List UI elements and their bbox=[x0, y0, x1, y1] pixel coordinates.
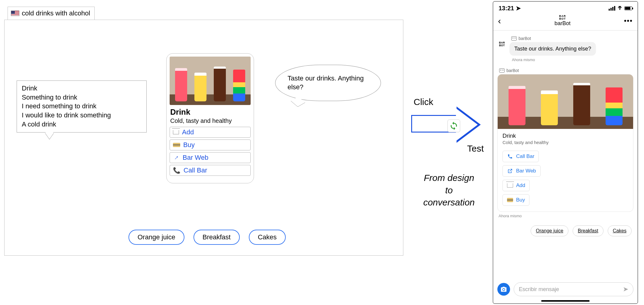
arrow-icon bbox=[411, 109, 487, 142]
tagline: From design to conversation bbox=[411, 172, 487, 209]
card-call-button[interactable]: 📞 Call Bar bbox=[170, 165, 251, 176]
chip-orange-juice[interactable]: Orange juice bbox=[128, 230, 184, 245]
sender-label: barBot bbox=[511, 36, 633, 41]
card-add-button[interactable]: Add bbox=[170, 127, 251, 138]
intent-line: Drink bbox=[22, 84, 141, 93]
bot-face-icon bbox=[511, 36, 517, 41]
chip-breakfast[interactable]: Breakfast bbox=[194, 230, 240, 245]
chat-card: Drink Cold, tasty and healthy Call Bar B… bbox=[497, 74, 633, 212]
message-timestamp: Ahora mismo bbox=[499, 214, 633, 218]
chip-cakes[interactable]: Cakes bbox=[249, 230, 286, 245]
card-title: Drink bbox=[170, 107, 250, 117]
chat-card-add-button[interactable]: Add bbox=[503, 180, 530, 191]
chat-card-image bbox=[498, 74, 633, 129]
refresh-button[interactable] bbox=[447, 120, 460, 132]
back-button[interactable]: ‹ bbox=[498, 16, 501, 26]
card-image bbox=[170, 57, 251, 105]
chat-card-buy-button[interactable]: Buy bbox=[503, 194, 529, 206]
send-button[interactable]: ➤ bbox=[623, 285, 628, 293]
message-timestamp: Ahora mismo bbox=[512, 57, 633, 62]
card-button-label: Add bbox=[182, 128, 194, 136]
card-button-label: Bar Web bbox=[183, 154, 208, 162]
scenario-tab-label: cold drinks with alcohol bbox=[22, 9, 90, 17]
intent-line: I would like to drink something bbox=[22, 111, 141, 120]
bot-message: Taste our drinks. Anything else? bbox=[509, 42, 596, 56]
intent-line: I need something to drink bbox=[22, 102, 141, 111]
svg-point-0 bbox=[619, 9, 620, 10]
wifi-icon bbox=[617, 5, 623, 12]
quick-reply-cakes[interactable]: Cakes bbox=[608, 225, 632, 236]
quick-reply-row: Orange juice Breakfast Cakes bbox=[497, 222, 633, 241]
us-flag-icon bbox=[11, 11, 19, 16]
card-subtitle: Cold, tasty and healthy bbox=[170, 117, 250, 124]
chat-header: ‹ BARBOT barBot ••• bbox=[493, 13, 638, 31]
click-label: Click bbox=[414, 97, 487, 107]
chat-body: BARBOT barBot Taste our drinks. Anything… bbox=[493, 31, 638, 241]
bot-avatar: BARBOT bbox=[497, 41, 506, 47]
refresh-icon bbox=[449, 121, 458, 130]
credit-card-icon bbox=[507, 198, 513, 202]
cart-icon bbox=[173, 130, 179, 134]
chat-card-title: Drink bbox=[503, 133, 628, 139]
camera-button[interactable] bbox=[497, 283, 510, 296]
intent-line: Something to drink bbox=[22, 93, 141, 102]
quick-reply-breakfast[interactable]: Breakfast bbox=[573, 225, 603, 236]
external-link-icon bbox=[507, 168, 513, 174]
bot-logo: BARBOT bbox=[555, 15, 571, 20]
transition-arrow-block: Click Test From design to conversation bbox=[411, 97, 487, 209]
phone-icon bbox=[507, 154, 513, 159]
home-indicator bbox=[541, 300, 590, 302]
bot-face-icon bbox=[499, 68, 505, 73]
designer-canvas: cold drinks with alcohol Drink Something… bbox=[4, 20, 403, 256]
response-card[interactable]: Drink Cold, tasty and healthy Add Buy → … bbox=[166, 53, 254, 183]
message-input[interactable]: Escribir mensaje ➤ bbox=[514, 282, 633, 296]
cart-icon bbox=[507, 183, 513, 188]
credit-card-icon bbox=[173, 143, 180, 147]
battery-icon bbox=[624, 6, 632, 10]
intent-examples-box[interactable]: Drink Something to drink I need somethin… bbox=[17, 80, 147, 133]
phone-preview: 13:21 ➤ ‹ BARBOT barBot ••• BARBOT barBo… bbox=[493, 1, 638, 304]
status-bar: 13:21 ➤ bbox=[493, 2, 638, 13]
more-options-button[interactable]: ••• bbox=[624, 17, 633, 25]
card-buy-button[interactable]: Buy bbox=[170, 139, 251, 150]
chat-title: barBot bbox=[555, 20, 571, 27]
intent-line: A cold drink bbox=[22, 120, 141, 129]
input-placeholder: Escribir mensaje bbox=[519, 286, 559, 293]
test-label: Test bbox=[411, 143, 484, 154]
signal-icon bbox=[609, 6, 615, 11]
status-time: 13:21 ➤ bbox=[499, 5, 521, 12]
phone-icon: 📞 bbox=[173, 167, 181, 174]
chat-card-web-button[interactable]: Bar Web bbox=[503, 165, 541, 177]
sender-label: barBot bbox=[499, 68, 633, 73]
scenario-tab[interactable]: cold drinks with alcohol bbox=[8, 7, 95, 20]
card-button-label: Buy bbox=[183, 141, 195, 149]
chat-card-call-button[interactable]: Call Bar bbox=[503, 151, 539, 162]
camera-icon bbox=[500, 286, 507, 293]
quick-reply-orange-juice[interactable]: Orange juice bbox=[531, 225, 568, 236]
location-arrow-icon: ➤ bbox=[516, 5, 521, 11]
card-button-label: Call Bar bbox=[184, 166, 207, 174]
composer: Escribir mensaje ➤ bbox=[497, 282, 633, 296]
chat-card-subtitle: Cold, tasty and healthy bbox=[503, 140, 628, 145]
response-speech-bubble[interactable]: Taste our drinks. Anything else? bbox=[275, 65, 381, 101]
external-link-icon: → bbox=[171, 152, 181, 163]
response-text: Taste our drinks. Anything else? bbox=[288, 74, 369, 91]
card-web-button[interactable]: → Bar Web bbox=[170, 152, 251, 163]
quick-reply-chips: Orange juice Breakfast Cakes bbox=[128, 230, 286, 245]
